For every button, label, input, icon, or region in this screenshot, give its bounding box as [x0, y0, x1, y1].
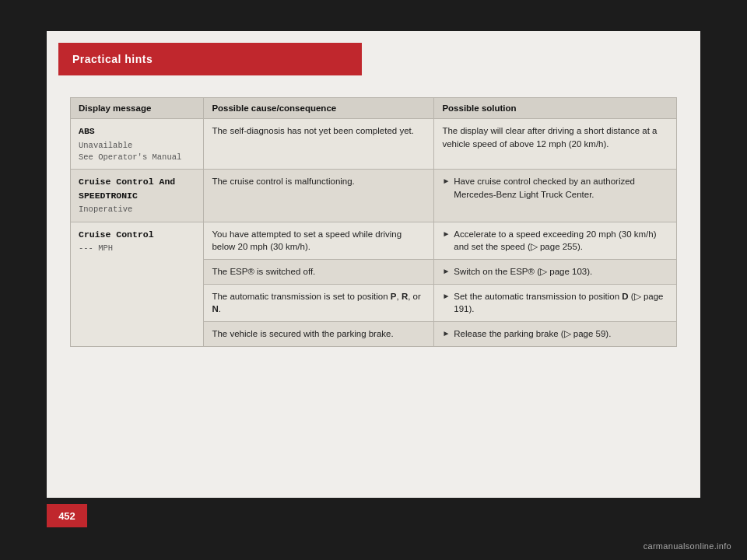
solution-text: Set the automatic transmission to positi… [454, 290, 668, 316]
bullet-arrow-icon: ► [442, 176, 450, 187]
col-header-display: Display message [71, 98, 204, 119]
display-cell: ABS UnavailableSee Operator's Manual [71, 119, 204, 170]
solution-bullet-row: ► Switch on the ESP® (▷ page 103). [442, 265, 668, 278]
solution-cell: ► Accelerate to a speed exceeding 20 mph… [434, 222, 677, 259]
display-message-text: ABS [79, 126, 95, 136]
page-title: Practical hints [72, 53, 153, 65]
header-bar: Practical hints [58, 43, 362, 75]
solution-text: Release the parking brake (▷ page 59). [454, 327, 611, 341]
table-header-row: Display message Possible cause/consequen… [71, 98, 677, 119]
display-cell: Cruise Control --- MPH [71, 222, 204, 346]
solution-cell: ► Have cruise control checked by an auth… [434, 170, 677, 222]
col-header-cause: Possible cause/consequence [204, 98, 434, 119]
display-sub-text: --- MPH [79, 243, 195, 254]
table-row: Cruise Control --- MPH You have attempte… [71, 222, 677, 259]
cause-cell: The cruise control is malfunctioning. [204, 170, 434, 222]
col-header-solution: Possible solution [434, 98, 677, 119]
solution-text: Accelerate to a speed exceeding 20 mph (… [454, 228, 668, 254]
cause-cell: You have attempted to set a speed while … [204, 222, 434, 259]
solution-bullet-row: ► Have cruise control checked by an auth… [442, 175, 668, 201]
main-table-container: Display message Possible cause/consequen… [70, 97, 677, 347]
solution-bullet-row: ► Release the parking brake (▷ page 59). [442, 327, 668, 341]
display-sub-text: UnavailableSee Operator's Manual [79, 140, 195, 163]
cause-text: The vehicle is secured with the parking … [212, 329, 393, 338]
page-number-box: 452 [47, 504, 87, 527]
bullet-arrow-icon: ► [442, 229, 450, 240]
solution-text: Have cruise control checked by an author… [454, 175, 668, 201]
solution-text: The display will clear after driving a s… [442, 126, 657, 149]
display-cell: Cruise Control AndSPEEDTRONIC Inoperativ… [71, 170, 204, 222]
cause-cell: The ESP® is switched off. [204, 260, 434, 285]
cause-cell: The self-diagnosis has not yet been comp… [204, 119, 434, 170]
display-messages-table: Display message Possible cause/consequen… [70, 97, 677, 347]
bullet-arrow-icon: ► [442, 328, 450, 340]
cause-text: You have attempted to set a speed while … [212, 229, 402, 252]
display-message-text: Cruise Control AndSPEEDTRONIC [79, 177, 175, 201]
display-sub-text: Inoperative [79, 204, 195, 215]
solution-text: Switch on the ESP® (▷ page 103). [454, 265, 592, 278]
cause-text: The automatic transmission is set to pos… [212, 292, 420, 314]
table-row: Cruise Control AndSPEEDTRONIC Inoperativ… [71, 170, 677, 222]
cause-text: The ESP® is switched off. [212, 267, 315, 276]
cause-text: The cruise control is malfunctioning. [212, 177, 354, 186]
cause-cell: The automatic transmission is set to pos… [204, 284, 434, 321]
solution-bullet-row: ► Accelerate to a speed exceeding 20 mph… [442, 228, 668, 254]
solution-cell: ► Switch on the ESP® (▷ page 103). [434, 260, 677, 285]
page-number: 452 [58, 510, 75, 522]
cause-text: The self-diagnosis has not yet been comp… [212, 126, 414, 135]
table-row: ABS UnavailableSee Operator's Manual The… [71, 119, 677, 170]
solution-bullet-row: ► Set the automatic transmission to posi… [442, 290, 668, 316]
cause-cell: The vehicle is secured with the parking … [204, 322, 434, 347]
solution-cell: ► Set the automatic transmission to posi… [434, 284, 677, 321]
solution-cell: The display will clear after driving a s… [434, 119, 677, 170]
bullet-arrow-icon: ► [442, 266, 450, 278]
watermark: carmanualsonline.info [644, 541, 731, 551]
solution-cell: ► Release the parking brake (▷ page 59). [434, 322, 677, 347]
bullet-arrow-icon: ► [442, 291, 450, 303]
display-message-text: Cruise Control [79, 229, 154, 240]
